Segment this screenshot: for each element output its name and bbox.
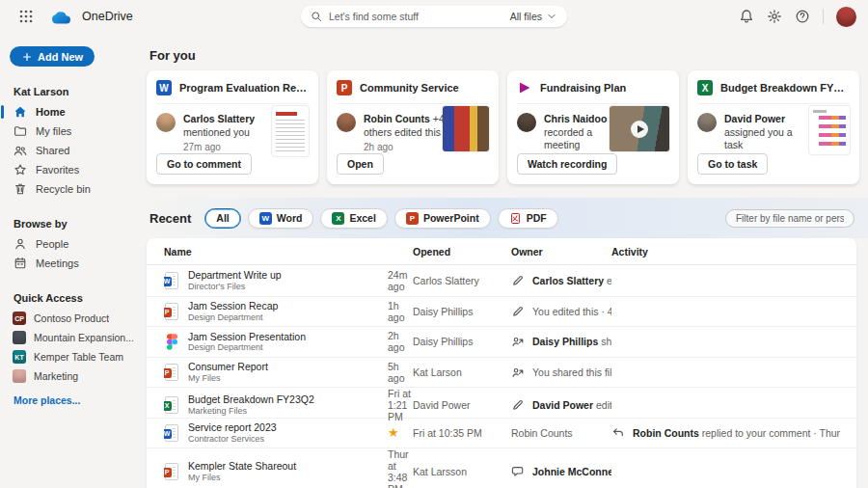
filter-pill[interactable]: X Excel <box>320 208 387 229</box>
file-thumbnail[interactable] <box>610 106 669 151</box>
opened-time: Fri at 10:35 PM <box>413 427 511 439</box>
app-launcher-button[interactable] <box>14 4 39 29</box>
card-action-button[interactable]: Watch recording <box>517 153 617 175</box>
divider <box>823 9 824 24</box>
settings-icon[interactable] <box>767 9 782 24</box>
column-header-owner[interactable]: Owner <box>511 246 611 258</box>
filter-pill[interactable]: W Word <box>248 208 314 229</box>
recent-section-header: Recent All W Word X Excel P PowerPoint P… <box>143 198 868 238</box>
trash-icon <box>14 182 27 196</box>
sidebar-browse-item[interactable]: People <box>0 234 143 254</box>
owner-name: Daisy Phillips <box>413 306 511 317</box>
file-powerpoint-icon: P <box>164 302 179 320</box>
card-title: Fundraising Plan <box>540 82 626 94</box>
activity-card[interactable]: W Program Evaluation Report Carlos Slatt… <box>147 70 318 184</box>
quick-access-item[interactable]: KT Kemper Table Team <box>0 347 143 366</box>
column-header-opened[interactable]: Opened <box>413 246 511 258</box>
sidebar-nav-item[interactable]: Recycle bin <box>0 179 143 199</box>
table-row[interactable]: P Jam Session Recap Design Department 1h… <box>147 296 856 327</box>
sidebar-nav-item[interactable]: My files <box>0 122 143 141</box>
table-row[interactable]: Jam Session Presentation Design Departme… <box>147 326 856 357</box>
file-location: My Files <box>188 373 268 384</box>
app-title: OneDrive <box>82 10 133 23</box>
reply-icon <box>611 426 625 440</box>
activity-text: David Power edited this · Fri <box>532 399 611 411</box>
powerpoint-icon: P <box>337 80 352 95</box>
site-tile-icon: KT <box>13 350 26 364</box>
pencil-icon <box>511 305 525 318</box>
filter-pill[interactable]: P PowerPoint <box>394 208 491 229</box>
column-header-name[interactable]: Name <box>164 246 388 258</box>
filter-pill-label: PDF <box>527 212 547 224</box>
sidebar-nav-item[interactable]: Favorites <box>0 160 143 179</box>
add-new-button[interactable]: Add New <box>10 46 95 67</box>
card-action-button[interactable]: Open <box>337 153 384 175</box>
filter-by-name-input[interactable] <box>725 209 854 228</box>
filter-pill-label: All <box>216 212 229 224</box>
plus-icon <box>21 51 33 63</box>
card-time: 2h ago <box>364 141 448 153</box>
search-bar: All files <box>301 6 567 27</box>
help-icon[interactable] <box>795 9 810 24</box>
favorite-star-icon[interactable]: ★ <box>388 426 413 439</box>
card-person: Carlos Slattery <box>183 113 255 124</box>
user-avatar[interactable] <box>836 7 856 27</box>
table-row[interactable]: P Consumer Report My Files 5h ago Kat La… <box>147 357 856 388</box>
file-name: Consumer Report <box>188 361 268 373</box>
notifications-icon[interactable] <box>739 9 754 24</box>
table-row[interactable]: P Kempler State Shareout My Files Thur a… <box>147 447 856 478</box>
card-title: Budget Breakdown FY23Q2 <box>720 82 850 94</box>
activity-text: Daisy Phillips shared this in a Teams ch… <box>532 336 611 347</box>
filter-pill-label: PowerPoint <box>423 212 479 224</box>
quick-access-item[interactable]: Marketing <box>0 366 143 386</box>
file-thumbnail[interactable] <box>443 106 489 151</box>
search-scope-dropdown[interactable]: All files <box>510 11 557 22</box>
site-tile-icon <box>13 369 26 383</box>
card-title: Community Service <box>360 82 459 94</box>
browse-by-nav: People Meetings <box>0 234 143 273</box>
table-row[interactable]: X Budget Breakdown FY23Q2 Marketing File… <box>147 387 856 418</box>
person-icon <box>14 237 27 251</box>
quick-access-item[interactable]: Mountain Expansion... <box>0 328 143 347</box>
sidebar-nav-item[interactable]: Shared <box>0 141 143 160</box>
file-thumbnail[interactable] <box>272 106 309 156</box>
recent-title: Recent <box>149 211 191 226</box>
people-icon <box>14 144 27 157</box>
calendar-icon <box>14 257 27 270</box>
activity-card[interactable]: X Budget Breakdown FY23Q2 David Power as… <box>688 70 859 184</box>
activity-card[interactable]: P Community Service Robin Counts +4 othe… <box>327 70 499 184</box>
card-person: Chris Naidoo <box>544 113 607 124</box>
brand[interactable]: OneDrive <box>50 9 133 25</box>
pencil-icon <box>511 274 525 287</box>
activity-card[interactable]: Fundraising Plan Chris Naidoo recorded a… <box>507 70 679 184</box>
pdf-icon <box>509 212 522 225</box>
file-location: My Files <box>188 473 296 483</box>
avatar <box>697 113 717 132</box>
excel-icon: X <box>697 80 713 95</box>
file-location: Contractor Services <box>188 434 277 445</box>
activity-text: Carlos Slattery edited this · Wed <box>532 275 611 286</box>
search-input[interactable] <box>329 11 510 22</box>
card-action-button[interactable]: Go to comment <box>156 153 252 175</box>
quick-access-title: Quick Access <box>14 292 143 304</box>
nav-item-label: Recycle bin <box>36 183 91 195</box>
filter-pill-label: Excel <box>349 212 375 224</box>
filter-pill[interactable]: All <box>204 208 240 229</box>
file-thumbnail[interactable] <box>809 106 850 154</box>
browse-item-label: People <box>36 238 68 250</box>
owner-name: Kat Larson <box>413 366 511 378</box>
table-row[interactable]: W Service report 2023 Contractor Service… <box>147 418 856 448</box>
card-action-button[interactable]: Go to task <box>697 153 768 175</box>
sidebar-nav-item[interactable]: Home <box>0 102 143 122</box>
file-location: Director's Files <box>188 282 282 292</box>
table-row[interactable]: W Department Write up Director's Files 2… <box>147 265 856 296</box>
column-header-activity[interactable]: Activity <box>611 246 856 258</box>
quick-access-item[interactable]: CP Contoso Product <box>0 309 143 328</box>
filter-pill[interactable]: PDF <box>498 208 558 229</box>
more-places-link[interactable]: More places... <box>14 394 143 406</box>
stream-icon <box>517 80 532 95</box>
nav-item-label: My files <box>36 125 71 137</box>
quick-access-label: Kemper Table Team <box>34 351 123 363</box>
sidebar-browse-item[interactable]: Meetings <box>0 254 143 273</box>
owner-name: David Power <box>413 399 511 411</box>
